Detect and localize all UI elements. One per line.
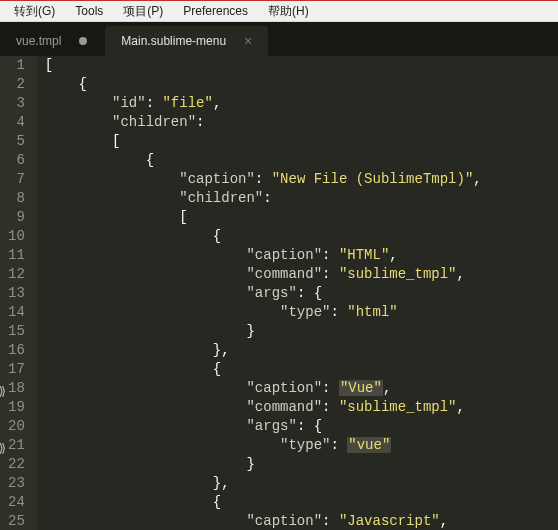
line-number: 6 (8, 151, 25, 170)
code-line[interactable]: "caption": "Vue", (45, 379, 482, 398)
line-number: 17 (8, 360, 25, 379)
close-icon[interactable]: × (244, 34, 252, 48)
menubar[interactable]: 转到(G)Tools项目(P)Preferences帮助(H) (0, 0, 558, 22)
line-number: 5 (8, 132, 25, 151)
line-number: 19 (8, 398, 25, 417)
line-number: 3 (8, 94, 25, 113)
line-number: 12 (8, 265, 25, 284)
tab-label: Main.sublime-menu (121, 34, 226, 48)
tab-bar: vue.tmplMain.sublime-menu× (0, 22, 558, 56)
code-area[interactable]: [ { "id": "file", "children": [ { "capti… (37, 56, 482, 530)
code-line[interactable]: { (45, 75, 482, 94)
line-number: 2 (8, 75, 25, 94)
code-line[interactable]: "args": { (45, 284, 482, 303)
code-line[interactable]: } (45, 455, 482, 474)
code-line[interactable]: "id": "file", (45, 94, 482, 113)
code-line[interactable]: "caption": "New File (SublimeTmpl)", (45, 170, 482, 189)
line-number: 11 (8, 246, 25, 265)
gutter-mark-icon: ⟫ (0, 440, 6, 450)
line-number: 16 (8, 341, 25, 360)
code-line[interactable]: }, (45, 474, 482, 493)
line-number: 22 (8, 455, 25, 474)
code-line[interactable]: "children": (45, 113, 482, 132)
line-number: 20 (8, 417, 25, 436)
menu-item[interactable]: 帮助(H) (258, 3, 319, 20)
tab[interactable]: vue.tmpl (0, 26, 103, 56)
code-line[interactable]: } (45, 322, 482, 341)
code-line[interactable]: "type": "html" (45, 303, 482, 322)
line-number: 9 (8, 208, 25, 227)
menu-item[interactable]: Tools (65, 4, 113, 18)
code-line[interactable]: }, (45, 341, 482, 360)
menu-item[interactable]: 转到(G) (4, 3, 65, 20)
code-line[interactable]: "command": "sublime_tmpl", (45, 265, 482, 284)
line-number: 15 (8, 322, 25, 341)
code-line[interactable]: { (45, 151, 482, 170)
code-line[interactable]: { (45, 227, 482, 246)
line-number: 25 (8, 512, 25, 530)
code-line[interactable]: [ (45, 56, 482, 75)
code-line[interactable]: [ (45, 132, 482, 151)
line-number: 1 (8, 56, 25, 75)
menu-item[interactable]: 项目(P) (113, 3, 173, 20)
gutter-mark-icon: ⟫ (0, 383, 6, 393)
code-line[interactable]: "children": (45, 189, 482, 208)
line-number: 10 (8, 227, 25, 246)
line-number: 7 (8, 170, 25, 189)
line-number: 23 (8, 474, 25, 493)
line-number: 21 (8, 436, 25, 455)
line-number-gutter: 1234567891011121314151617181920212223242… (0, 56, 37, 530)
code-line[interactable]: "caption": "Javascript", (45, 512, 482, 530)
line-number: 18 (8, 379, 25, 398)
code-line[interactable]: "caption": "HTML", (45, 246, 482, 265)
line-number: 14 (8, 303, 25, 322)
code-line[interactable]: { (45, 493, 482, 512)
code-line[interactable]: "args": { (45, 417, 482, 436)
code-line[interactable]: [ (45, 208, 482, 227)
tab-label: vue.tmpl (16, 34, 61, 48)
tab[interactable]: Main.sublime-menu× (105, 26, 268, 56)
dirty-indicator-icon (79, 37, 87, 45)
menu-item[interactable]: Preferences (173, 4, 258, 18)
code-line[interactable]: "command": "sublime_tmpl", (45, 398, 482, 417)
line-number: 13 (8, 284, 25, 303)
code-line[interactable]: { (45, 360, 482, 379)
code-editor[interactable]: 1234567891011121314151617181920212223242… (0, 56, 558, 530)
code-line[interactable]: "type": "vue" (45, 436, 482, 455)
line-number: 24 (8, 493, 25, 512)
line-number: 4 (8, 113, 25, 132)
line-number: 8 (8, 189, 25, 208)
